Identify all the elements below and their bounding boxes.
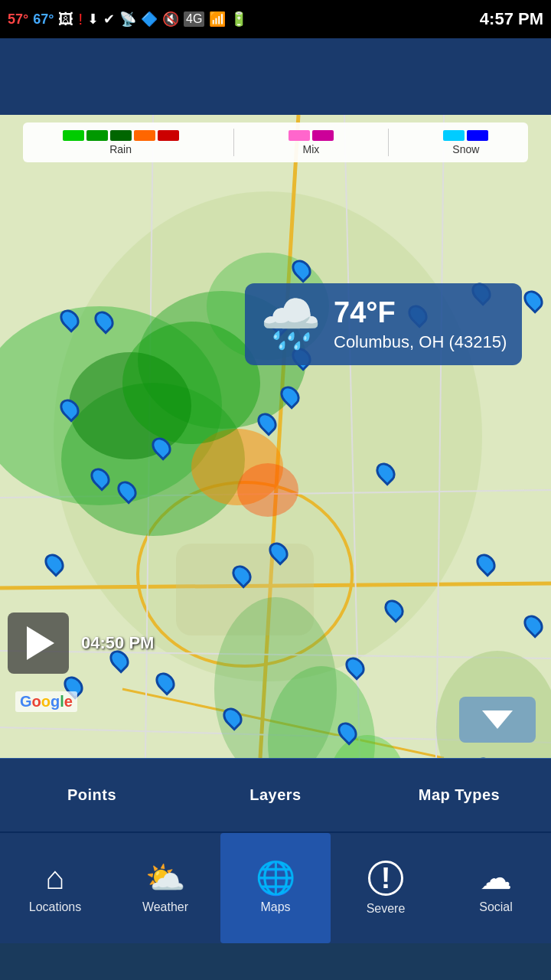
temp-high: 67°	[33, 11, 54, 28]
mix-legend: Mix	[289, 130, 334, 155]
snow-swatch-1	[443, 130, 465, 141]
status-bar: 57° 67° 🖼 ! ⬇ ✔ 📡 🔷 🔇 4G 📶 🔋 4:57 PM	[0, 0, 551, 38]
playback-time: 04:50 PM	[81, 633, 154, 653]
chevron-down-icon	[482, 710, 513, 729]
weather-icon: ⛅	[145, 862, 185, 894]
rain-label: Rain	[109, 143, 132, 155]
cast-icon: 📡	[119, 11, 136, 28]
snow-swatch-2	[467, 130, 488, 141]
legend-divider-2	[388, 129, 389, 156]
header-bar	[0, 38, 551, 115]
play-icon	[27, 626, 54, 660]
svg-point-23	[122, 322, 260, 444]
nav-item-maps[interactable]: 🌐 Maps	[220, 833, 331, 943]
toolbar-maptypes-button[interactable]: Map Types	[367, 759, 551, 831]
nav-item-weather[interactable]: ⛅ Weather	[110, 833, 220, 943]
lte-icon: 4G	[184, 11, 204, 27]
nav-item-locations[interactable]: ⌂ Locations	[0, 833, 110, 943]
image-icon: 🖼	[58, 11, 73, 28]
popup-location: Columbus, OH (43215)	[334, 332, 507, 352]
check-icon: ✔	[103, 11, 115, 28]
snow-legend: Snow	[443, 130, 488, 155]
toolbar-points-button[interactable]: Points	[0, 759, 184, 831]
nav-label-severe: Severe	[367, 902, 406, 916]
mix-label: Mix	[303, 143, 320, 155]
nav-item-severe[interactable]: ! Severe	[331, 833, 441, 943]
toolbar-points-label: Points	[67, 786, 116, 804]
snow-label: Snow	[452, 143, 479, 155]
rain-swatch-1	[63, 130, 84, 141]
battery-icon: 🔋	[230, 11, 247, 28]
social-icon: ☁	[480, 862, 512, 894]
play-button[interactable]	[8, 612, 69, 674]
weather-popup-icon: 🌧️	[260, 296, 321, 353]
current-time: 4:57 PM	[480, 9, 543, 29]
nav-item-social[interactable]: ☁ Social	[441, 833, 551, 943]
maps-icon: 🌐	[256, 862, 295, 894]
temp-low: 57°	[8, 11, 28, 28]
toolbar-maptypes-label: Map Types	[419, 786, 500, 804]
google-logo: Google	[15, 691, 77, 712]
legend-divider-1	[233, 129, 234, 156]
bluetooth-icon: 🔷	[141, 11, 158, 28]
nav-label-maps: Maps	[260, 900, 290, 914]
nav-label-weather: Weather	[142, 900, 188, 914]
alert-icon: !	[78, 11, 83, 28]
svg-point-21	[237, 463, 298, 517]
mix-swatch-2	[312, 130, 334, 141]
toolbar-layers-button[interactable]: Layers	[184, 759, 367, 831]
scroll-down-button[interactable]	[459, 697, 536, 743]
popup-temperature: 74°F	[334, 296, 507, 329]
rain-legend: Rain	[63, 130, 179, 155]
toolbar-layers-label: Layers	[249, 786, 302, 804]
mix-swatch-1	[289, 130, 310, 141]
nav-label-locations: Locations	[29, 900, 82, 914]
locations-icon: ⌂	[45, 862, 64, 894]
signal-icon: 📶	[209, 11, 226, 28]
legend-bar: Rain Mix Snow	[23, 122, 528, 162]
severe-icon: !	[368, 861, 403, 896]
rain-swatch-5	[158, 130, 179, 141]
playback-control: 04:50 PM	[8, 612, 154, 674]
rain-swatch-4	[134, 130, 155, 141]
rain-swatch-2	[86, 130, 108, 141]
map-container[interactable]: Rain Mix Snow	[0, 115, 551, 758]
rain-swatch-3	[110, 130, 132, 141]
bottom-nav: ⌂ Locations ⛅ Weather 🌐 Maps ! Severe ☁ …	[0, 831, 551, 943]
weather-popup-info: 74°F Columbus, OH (43215)	[334, 296, 507, 352]
bottom-toolbar: Points Layers Map Types	[0, 758, 551, 831]
nav-label-social: Social	[479, 900, 513, 914]
weather-popup[interactable]: 🌧️ 74°F Columbus, OH (43215)	[245, 283, 522, 365]
mute-icon: 🔇	[162, 11, 179, 28]
download-icon: ⬇	[87, 11, 99, 28]
